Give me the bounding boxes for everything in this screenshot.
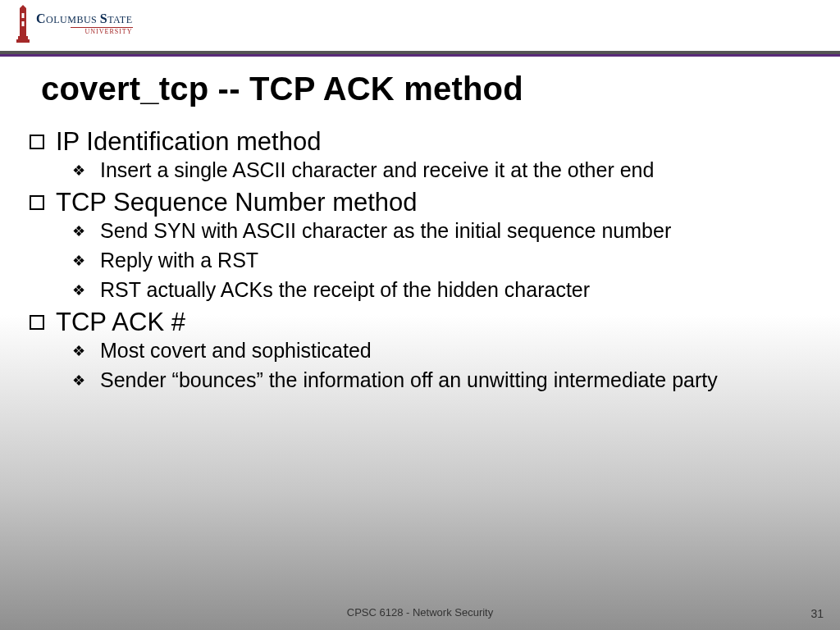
heading-text: IP Identification method <box>56 127 321 157</box>
tower-icon <box>15 5 31 43</box>
item-text: Insert a single ASCII character and rece… <box>100 158 654 182</box>
list-item: ❖ Send SYN with ASCII character as the i… <box>26 219 824 244</box>
header: COLUMBUS STATE UNIVERSITY <box>0 0 840 52</box>
divider-purple <box>0 54 840 57</box>
diamond-bullet-icon: ❖ <box>72 158 85 183</box>
logo-letter-s: S <box>100 11 107 25</box>
item-text: Send SYN with ASCII character as the ini… <box>100 219 671 243</box>
logo-word-tate: TATE <box>107 14 132 25</box>
diamond-bullet-icon: ❖ <box>72 219 85 244</box>
svg-marker-3 <box>20 5 26 8</box>
item-text: Most covert and sophisticated <box>100 339 372 363</box>
square-bullet-icon <box>30 315 44 330</box>
section-heading: TCP ACK # <box>26 308 824 337</box>
section-heading: TCP Sequence Number method <box>26 188 824 217</box>
logo-letter-c: C <box>36 11 46 25</box>
square-bullet-icon <box>30 195 44 210</box>
slide: COLUMBUS STATE UNIVERSITY covert_tcp -- … <box>0 0 840 630</box>
item-text: Reply with a RST <box>100 249 258 272</box>
list-item: ❖ RST actually ACKs the receipt of the h… <box>26 278 824 303</box>
svg-rect-4 <box>22 13 25 18</box>
diamond-bullet-icon: ❖ <box>72 339 85 363</box>
item-text: RST actually ACKs the receipt of the hid… <box>100 278 590 302</box>
svg-rect-5 <box>22 21 25 26</box>
section-heading: IP Identification method <box>26 127 824 157</box>
logo-line1: COLUMBUS STATE <box>36 12 133 25</box>
diamond-bullet-icon: ❖ <box>72 249 85 273</box>
university-logo: COLUMBUS STATE UNIVERSITY <box>15 5 133 43</box>
logo-word-olumbus: OLUMBUS <box>46 14 100 25</box>
square-bullet-icon <box>30 135 44 149</box>
page-number: 31 <box>810 607 824 620</box>
diamond-bullet-icon: ❖ <box>72 278 85 303</box>
slide-title: covert_tcp -- TCP ACK method <box>41 71 523 107</box>
list-item: ❖ Sender “bounces” the information off a… <box>26 368 824 393</box>
slide-content: IP Identification method ❖ Insert a sing… <box>26 127 824 398</box>
list-item: ❖ Insert a single ASCII character and re… <box>26 158 824 183</box>
logo-text: COLUMBUS STATE UNIVERSITY <box>36 12 133 35</box>
list-item: ❖ Reply with a RST <box>26 249 824 273</box>
item-text: Sender “bounces” the information off an … <box>100 368 718 392</box>
footer-text: CPSC 6128 - Network Security <box>0 606 840 619</box>
svg-rect-2 <box>16 39 30 43</box>
list-item: ❖ Most covert and sophisticated <box>26 339 824 363</box>
heading-text: TCP Sequence Number method <box>56 188 418 217</box>
logo-line2: UNIVERSITY <box>71 27 133 35</box>
heading-text: TCP ACK # <box>56 308 185 337</box>
diamond-bullet-icon: ❖ <box>72 368 85 393</box>
